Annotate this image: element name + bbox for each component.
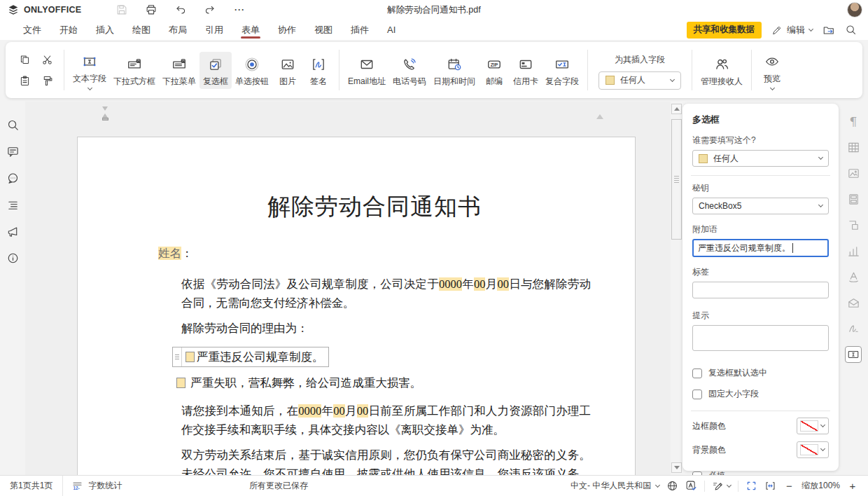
document-canvas[interactable]: 解除劳动合同通知书 姓名： 依据《劳动合同法》及公司规章制度，公司决定于0000…: [25, 102, 671, 475]
radio-button-button[interactable]: 单选按钮: [232, 52, 272, 89]
credit-card-field-button[interactable]: 信用卡: [510, 52, 542, 89]
print-button[interactable]: [144, 3, 158, 17]
name-field[interactable]: 姓名: [158, 247, 181, 260]
field-handle-icon[interactable]: [173, 347, 182, 366]
format-painter-button[interactable]: [38, 71, 56, 90]
cut-button[interactable]: [38, 50, 56, 69]
tab-plugins[interactable]: 插件: [342, 20, 378, 40]
tab-forms[interactable]: 表单: [232, 20, 269, 40]
manage-recipients-button[interactable]: 管理接收人: [697, 52, 746, 89]
tag-input[interactable]: [692, 282, 829, 298]
zip-field-button[interactable]: ZIP 邮编: [479, 52, 510, 89]
redo-button[interactable]: [203, 3, 217, 17]
table-settings-button[interactable]: [845, 139, 862, 156]
textart-settings-button[interactable]: [845, 268, 862, 285]
track-changes-button[interactable]: [712, 480, 731, 492]
signature-field-button[interactable]: 签名: [303, 52, 334, 89]
zoom-out-button[interactable]: −: [783, 480, 794, 492]
fit-width-button[interactable]: [764, 480, 776, 492]
key-dropdown[interactable]: CheckBox5: [692, 198, 829, 214]
credit-card-icon: [518, 57, 533, 72]
preview-button[interactable]: 预览: [757, 49, 788, 91]
doc-checkbox-2[interactable]: [176, 378, 186, 388]
doc-checkbox-1[interactable]: [186, 352, 195, 362]
edit-mode-button[interactable]: 编辑: [771, 24, 813, 36]
shape-settings-button[interactable]: [845, 216, 862, 233]
comments-button[interactable]: [5, 144, 20, 159]
checkbox-button[interactable]: 复选框: [200, 52, 232, 89]
tab-home[interactable]: 开始: [50, 20, 87, 40]
checkbox-box[interactable]: [692, 390, 702, 399]
word-count-button[interactable]: 12- 字数统计: [63, 476, 130, 496]
combo-box-button[interactable]: 下拉式方框: [110, 52, 159, 89]
headerfooter-settings-button[interactable]: [845, 191, 862, 207]
placeholder-input[interactable]: 严重违反公司规章制度。: [692, 239, 829, 257]
tip-input[interactable]: [692, 325, 829, 351]
email-field-button[interactable]: Email地址: [344, 52, 389, 89]
tab-collaboration[interactable]: 协作: [269, 20, 305, 40]
selected-checkbox-field[interactable]: 严重违反公司规章制度。: [172, 347, 329, 367]
dropdown-button[interactable]: 下拉菜单: [159, 52, 200, 89]
scroll-up-button[interactable]: [671, 104, 682, 114]
tab-ai[interactable]: AI: [378, 20, 405, 40]
month-field[interactable]: 00: [474, 277, 486, 291]
image-settings-button[interactable]: [845, 165, 862, 181]
datetime-field-button[interactable]: 日期和时间: [430, 52, 479, 89]
scrollbar-thumb[interactable]: [671, 119, 682, 240]
year-field-2[interactable]: 0000: [298, 404, 321, 418]
undo-button[interactable]: [174, 3, 188, 17]
share-collect-button[interactable]: 共享和收集数据: [687, 22, 762, 39]
avatar[interactable]: [847, 2, 862, 18]
zoom-in-button[interactable]: +: [847, 480, 858, 492]
chart-settings-button[interactable]: [845, 242, 862, 259]
navigation-button[interactable]: [5, 197, 20, 212]
set-language-button[interactable]: [666, 480, 678, 492]
year-field[interactable]: 0000: [439, 277, 462, 291]
tab-view[interactable]: 视图: [305, 20, 342, 40]
spellcheck-button[interactable]: [685, 480, 697, 492]
signature-settings-button[interactable]: [845, 320, 862, 337]
save-copy-button[interactable]: [822, 24, 835, 36]
day-field[interactable]: 00: [497, 277, 509, 291]
role-dropdown[interactable]: 任何人: [692, 150, 829, 167]
default-checked-checkbox[interactable]: 复选框默认选中: [692, 367, 829, 379]
zoom-level[interactable]: 缩放100%: [802, 480, 840, 492]
language-selector[interactable]: 中文- 中华人民共和国: [570, 480, 659, 492]
text-field-button[interactable]: 文本字段: [69, 49, 110, 91]
complex-field-button[interactable]: 复合字段: [542, 52, 582, 89]
role-select[interactable]: 任何人: [598, 71, 681, 90]
tag-label: 标签: [692, 266, 829, 278]
tab-references[interactable]: 引用: [196, 20, 232, 40]
tab-draw[interactable]: 绘图: [123, 20, 160, 40]
paragraph-settings-button[interactable]: ¶: [845, 113, 862, 130]
save-button[interactable]: [115, 3, 129, 17]
scroll-down-button[interactable]: [671, 462, 682, 473]
image-field-button[interactable]: 图片: [272, 52, 303, 89]
border-color-picker[interactable]: [797, 418, 829, 434]
month-field-2[interactable]: 00: [333, 404, 345, 418]
right-indent-marker[interactable]: [596, 111, 603, 119]
about-button[interactable]: [5, 250, 20, 266]
form-settings-button[interactable]: [845, 346, 862, 363]
fit-page-button[interactable]: [746, 480, 757, 492]
background-color-picker[interactable]: [797, 441, 829, 458]
document-page[interactable]: 解除劳动合同通知书 姓名： 依据《劳动合同法》及公司规章制度，公司决定于0000…: [77, 137, 636, 475]
chat-button[interactable]: [5, 170, 20, 186]
page-count[interactable]: 第1页共1页: [0, 476, 62, 496]
copy-button[interactable]: [15, 50, 34, 69]
fixed-size-checkbox[interactable]: 固定大小字段: [692, 388, 829, 400]
paste-button[interactable]: [15, 71, 34, 90]
checkbox-box[interactable]: [692, 368, 702, 378]
more-button[interactable]: ···: [232, 3, 246, 17]
tab-layout[interactable]: 布局: [160, 20, 196, 40]
tab-file[interactable]: 文件: [14, 20, 50, 40]
tab-insert[interactable]: 插入: [87, 20, 123, 40]
indent-marker[interactable]: [102, 106, 108, 122]
fit-width-icon: [764, 480, 776, 492]
search-button[interactable]: [845, 24, 857, 36]
day-field-2[interactable]: 00: [357, 404, 369, 418]
feedback-button[interactable]: [5, 223, 20, 239]
phone-field-button[interactable]: 电话号码: [389, 52, 430, 89]
find-button[interactable]: [5, 117, 20, 132]
mailmerge-settings-button[interactable]: [845, 294, 862, 311]
